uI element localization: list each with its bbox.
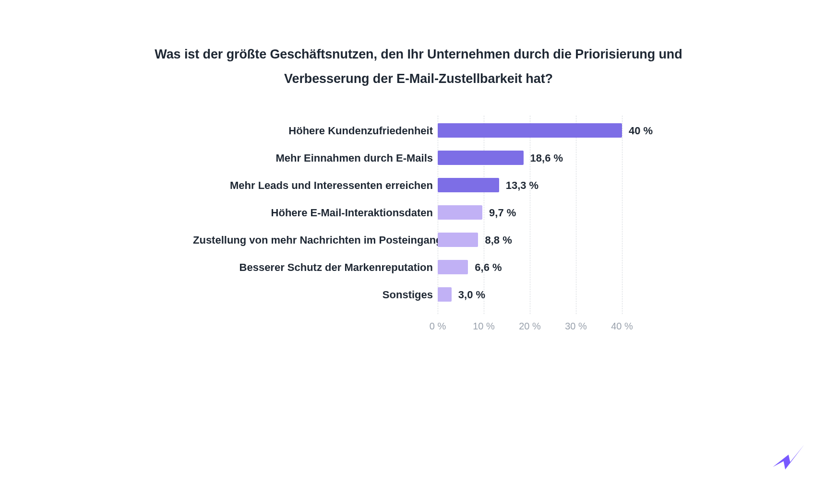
value-label: 18,6 % <box>530 152 563 164</box>
chart-row: Zustellung von mehr Nachrichten im Poste… <box>236 231 601 250</box>
chart-x-axis: 0 % 10 % 20 % 30 % 40 % <box>438 321 668 340</box>
x-tick-label: 40 % <box>611 321 633 332</box>
category-label: Mehr Leads und Interessenten erreichen <box>193 179 433 192</box>
value-label: 6,6 % <box>475 261 502 274</box>
x-tick-label: 0 % <box>430 321 446 332</box>
value-label: 3,0 % <box>458 289 485 301</box>
bar <box>438 233 478 247</box>
x-tick-label: 20 % <box>519 321 541 332</box>
chart-plot-area: Höhere Kundenzufriedenheit40 %Mehr Einna… <box>236 116 601 327</box>
gridline <box>622 116 622 314</box>
value-label: 13,3 % <box>506 179 539 192</box>
chart-row: Mehr Einnahmen durch E-Mails18,6 % <box>236 149 601 168</box>
chart-container: Was ist der größte Geschäftsnutzen, den … <box>155 42 682 327</box>
chart-title: Was ist der größte Geschäftsnutzen, den … <box>155 42 682 92</box>
brand-logo-icon <box>768 440 809 481</box>
bar <box>438 151 524 165</box>
chart-row: Höhere E-Mail-Interaktionsdaten9,7 % <box>236 203 601 223</box>
category-label: Höhere E-Mail-Interaktionsdaten <box>193 207 433 219</box>
bar <box>438 178 499 192</box>
chart-row: Sonstiges3,0 % <box>236 285 601 305</box>
chart-row: Mehr Leads und Interessenten erreichen13… <box>236 176 601 195</box>
value-label: 8,8 % <box>485 234 512 246</box>
bar <box>438 287 452 302</box>
category-label: Mehr Einnahmen durch E-Mails <box>193 152 433 164</box>
chart-rows: Höhere Kundenzufriedenheit40 %Mehr Einna… <box>236 121 601 313</box>
x-tick-label: 10 % <box>473 321 495 332</box>
chart-row: Höhere Kundenzufriedenheit40 % <box>236 121 601 141</box>
bar <box>438 123 622 138</box>
chart-row: Besserer Schutz der Markenreputation6,6 … <box>236 258 601 277</box>
bar <box>438 205 482 220</box>
category-label: Sonstiges <box>193 289 433 301</box>
bar <box>438 260 468 274</box>
value-label: 40 % <box>629 125 653 137</box>
category-label: Besserer Schutz der Markenreputation <box>193 261 433 274</box>
value-label: 9,7 % <box>489 207 516 219</box>
category-label: Höhere Kundenzufriedenheit <box>193 125 433 137</box>
category-label: Zustellung von mehr Nachrichten im Poste… <box>193 234 433 246</box>
x-tick-label: 30 % <box>565 321 587 332</box>
